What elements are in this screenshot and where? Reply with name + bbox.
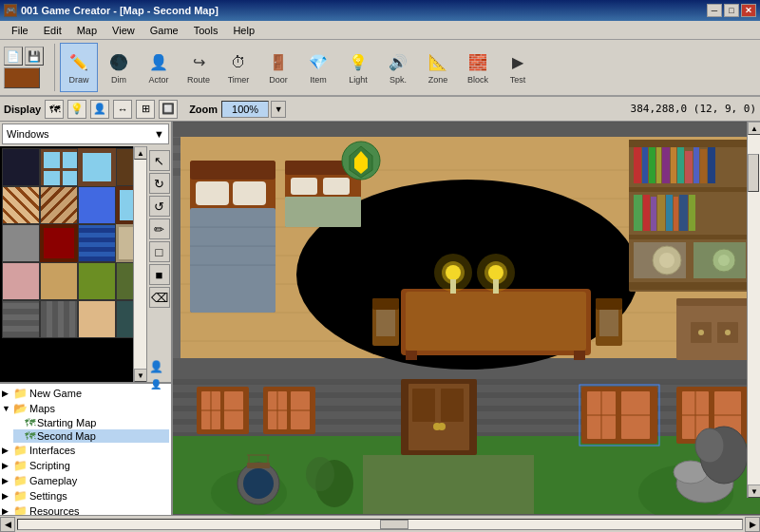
tool-test[interactable]: ▶ Test	[499, 43, 537, 92]
display-btn-5[interactable]: ⊞	[136, 100, 155, 119]
display-btn-1[interactable]: 🗺	[45, 100, 64, 119]
tile-2[interactable]	[40, 148, 78, 186]
menu-view[interactable]: View	[104, 23, 142, 38]
tile-6[interactable]	[40, 186, 78, 224]
svg-rect-144	[247, 463, 270, 468]
tool-actor-label: Actor	[148, 75, 168, 85]
app-icon: 🎮	[4, 4, 17, 17]
scroll-thumb-v[interactable]	[748, 154, 759, 192]
tree-item-maps[interactable]: ▼ 📂 Maps	[2, 401, 169, 416]
side-tool-rect-fill[interactable]: ■	[149, 264, 170, 285]
tool-route[interactable]: ↪ Route	[180, 43, 218, 92]
svg-rect-36	[323, 178, 350, 195]
menu-game[interactable]: Game	[142, 23, 186, 38]
scroll-up-btn[interactable]: ▲	[748, 122, 760, 135]
svg-rect-39	[629, 140, 752, 147]
svg-point-128	[438, 423, 446, 430]
svg-point-73	[725, 330, 731, 335]
tile-18[interactable]	[40, 300, 78, 338]
tool-door[interactable]: 🚪 Door	[259, 43, 297, 92]
tool-dim[interactable]: 🌑 Dim	[100, 43, 138, 92]
menu-file[interactable]: File	[4, 23, 36, 38]
tool-light[interactable]: 💡 Light	[339, 43, 377, 92]
tree-item-gameplay[interactable]: ▶ 📁 Gameplay	[2, 473, 169, 488]
scripting-label: Scripting	[29, 460, 70, 471]
svg-rect-35	[291, 178, 317, 195]
svg-rect-82	[596, 298, 622, 310]
side-tool-arrow[interactable]: ↖	[149, 150, 170, 171]
tile-scrollbar: ▲ ▼	[133, 146, 146, 382]
gameplay-icon: 📁	[13, 474, 28, 487]
tile-scroll-down[interactable]: ▼	[134, 369, 146, 382]
tree-item-starting-map[interactable]: 🗺 Starting Map	[13, 416, 169, 429]
menu-edit[interactable]: Edit	[36, 23, 69, 38]
dim-icon: 🌑	[107, 51, 130, 74]
tile-17[interactable]	[2, 300, 40, 338]
display-btn-3[interactable]: 👤	[90, 100, 109, 119]
tool-actor[interactable]: 👤 Actor	[140, 43, 178, 92]
tree-item-second-map[interactable]: 🗺 Second Map	[13, 429, 169, 443]
maps-folder-icon: 📂	[13, 402, 28, 415]
tileset-dropdown[interactable]: Windows ▼	[2, 124, 169, 144]
quick-btn-2[interactable]: 💾	[25, 47, 44, 66]
side-tool-rotate-cw[interactable]: ↻	[149, 173, 170, 194]
zoom-dropdown[interactable]: ▼	[271, 101, 286, 118]
scroll-right-btn[interactable]: ▶	[745, 517, 760, 532]
tile-13[interactable]	[2, 262, 40, 300]
svg-rect-43	[634, 147, 641, 183]
bottom-tools: 👤 👤	[148, 359, 163, 382]
tile-9[interactable]	[2, 224, 40, 262]
tool-spk[interactable]: 🔊 Spk.	[379, 43, 417, 92]
left-panel: Windows ▼	[0, 122, 173, 515]
side-tool-pencil[interactable]: ✏	[149, 218, 170, 239]
display-btn-6[interactable]: 🔲	[159, 100, 178, 119]
side-tool-rect[interactable]: □	[149, 241, 170, 262]
menu-tools[interactable]: Tools	[186, 23, 226, 38]
tile-7[interactable]	[78, 186, 116, 224]
tile-5[interactable]	[2, 186, 40, 224]
tree-item-scripting[interactable]: ▶ 📁 Scripting	[2, 458, 169, 473]
tile-1[interactable]	[2, 148, 40, 186]
tool-zone[interactable]: 📐 Zone	[419, 43, 457, 92]
svg-rect-83	[599, 310, 618, 336]
display-btn-2[interactable]: 💡	[67, 100, 86, 119]
tile-11[interactable]	[78, 224, 116, 262]
svg-rect-37	[285, 197, 361, 227]
tree-item-interfaces[interactable]: ▶ 📁 Interfaces	[2, 443, 169, 458]
tile-19[interactable]	[78, 300, 116, 338]
close-button[interactable]: ✕	[741, 4, 756, 17]
quick-btn-1[interactable]: 📄	[4, 47, 23, 66]
tile-scroll-up[interactable]: ▲	[134, 146, 146, 160]
zoom-input[interactable]: 100%	[221, 101, 269, 118]
block-icon: 🧱	[466, 51, 489, 74]
scroll-down-btn[interactable]: ▼	[748, 484, 760, 498]
svg-rect-56	[651, 197, 656, 231]
settings-icon: 📁	[13, 489, 28, 503]
tool-draw[interactable]: ✏️ Draw	[60, 43, 98, 92]
scroll-thumb-h[interactable]	[380, 520, 408, 529]
minimize-button[interactable]: ─	[707, 4, 722, 17]
side-tool-rotate-ccw[interactable]: ↺	[149, 196, 170, 217]
menu-help[interactable]: Help	[225, 23, 262, 38]
scroll-left-btn[interactable]: ◀	[0, 517, 15, 532]
menu-map[interactable]: Map	[69, 23, 104, 38]
vertical-scrollbar: ▲ ▼	[747, 122, 760, 498]
tree-item-new-game[interactable]: ▶ 📁 New Game	[2, 386, 169, 401]
tool-timer[interactable]: ⏱ Timer	[219, 43, 257, 92]
tool-item[interactable]: 💎 Item	[299, 43, 337, 92]
display-btn-4[interactable]: ↔	[113, 100, 132, 119]
tile-14[interactable]	[40, 262, 78, 300]
maximize-button[interactable]: □	[724, 4, 739, 17]
svg-rect-22	[173, 123, 760, 137]
timer-icon: ⏱	[227, 51, 250, 74]
tile-10[interactable]	[40, 224, 78, 262]
canvas-area[interactable]: ▲ ▼	[173, 122, 760, 515]
interfaces-icon: 📁	[13, 444, 28, 457]
tile-3[interactable]	[78, 148, 116, 186]
side-tool-eraser[interactable]: ⌫	[149, 287, 170, 308]
tree-item-resources[interactable]: ▶ 📁 Resources	[2, 504, 169, 515]
tile-15[interactable]	[78, 262, 116, 300]
display-label: Display	[4, 104, 41, 115]
tool-block[interactable]: 🧱 Block	[459, 43, 497, 92]
tree-item-settings[interactable]: ▶ 📁 Settings	[2, 488, 169, 504]
